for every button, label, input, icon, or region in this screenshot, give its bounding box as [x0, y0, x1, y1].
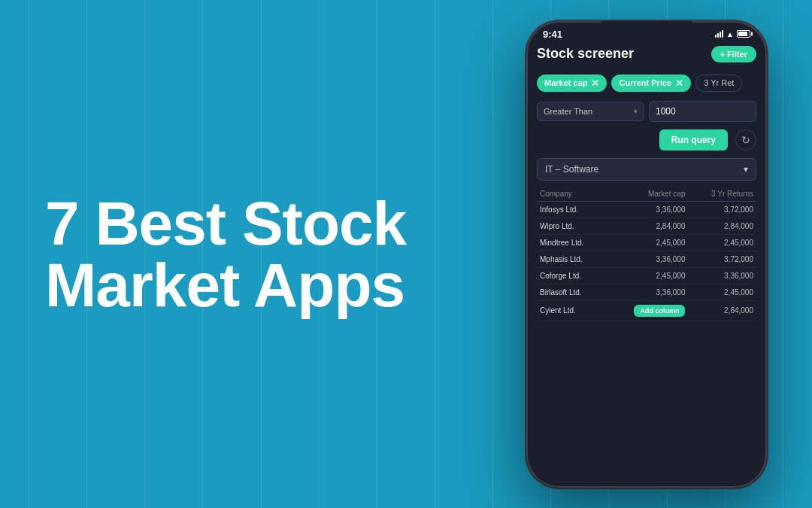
table-row: Mphasis Ltd.3,36,0003,72,000 [537, 251, 756, 267]
table-header: Company Market cap 3 Yr Returns [537, 187, 756, 202]
add-column-button[interactable]: Add column [634, 305, 685, 317]
operator-label: Greater Than [544, 107, 592, 116]
cell-company: Mphasis Ltd. [537, 251, 607, 267]
cell-market-cap: 2,84,000 [607, 217, 689, 234]
app-title: Stock screener [537, 46, 634, 62]
chip-current-price[interactable]: Current Price ✕ [611, 75, 691, 92]
table-row: Wipro Ltd.2,84,0002,84,000 [537, 217, 756, 234]
cell-market-cap: 3,36,000 [607, 284, 689, 300]
phone-device: 9:41 ▲ Stock screener + Filter M [526, 21, 767, 488]
cell-returns: 2,84,000 [688, 300, 756, 321]
bg-line [492, 0, 493, 508]
cell-market-cap: 2,45,000 [607, 234, 689, 251]
headline-line1: 7 Best Stock [45, 189, 406, 257]
status-time: 9:41 [543, 29, 562, 40]
stock-table: Company Market cap 3 Yr Returns Infosys … [537, 187, 756, 321]
table-row: Infosys Ltd.3,36,0003,72,000 [537, 201, 756, 217]
refresh-button[interactable]: ↻ [735, 129, 756, 151]
cell-market-cap: 2,45,000 [607, 267, 689, 284]
table-row: Mindtree Ltd.2,45,0002,45,000 [537, 234, 756, 251]
cell-company: Coforge Ltd. [537, 267, 607, 284]
run-row: Run query ↻ [537, 129, 756, 151]
cell-company: Birlasoft Ltd. [537, 284, 607, 300]
left-section: 7 Best Stock Market Apps [45, 193, 444, 316]
query-row: Greater Than ▾ 1000 [537, 101, 756, 122]
phone-notch [601, 21, 692, 42]
operator-select[interactable]: Greater Than ▾ [537, 102, 644, 121]
cell-returns: 3,72,000 [688, 251, 756, 267]
cell-returns: 2,84,000 [688, 217, 756, 234]
bg-line [29, 0, 29, 508]
cell-company: Infosys Ltd. [537, 201, 607, 217]
filter-button[interactable]: + Filter [711, 46, 756, 62]
cell-returns: 3,72,000 [688, 201, 756, 217]
operator-arrow: ▾ [634, 108, 638, 115]
run-query-button[interactable]: Run query [659, 129, 728, 151]
bg-line [783, 0, 783, 508]
cell-market-cap: 3,36,000 [607, 251, 689, 267]
chip-market-cap-label: Market cap [544, 78, 587, 87]
sector-label: IT – Software [545, 164, 598, 175]
cell-returns: 2,45,000 [688, 284, 756, 300]
col-market-cap: Market cap [607, 187, 689, 202]
table-row: Coforge Ltd.2,45,0003,36,000 [537, 267, 756, 284]
cell-returns: 3,36,000 [688, 267, 756, 284]
chip-market-cap[interactable]: Market cap ✕ [537, 75, 607, 92]
app-header: Stock screener + Filter [537, 43, 756, 65]
headline: 7 Best Stock Market Apps [45, 193, 444, 316]
value-input[interactable]: 1000 [649, 101, 756, 122]
phone-wrapper: 9:41 ▲ Stock screener + Filter M [511, 15, 782, 493]
app-content: Stock screener + Filter Market cap ✕ Cur… [526, 43, 767, 321]
filter-chips: Market cap ✕ Current Price ✕ 3 Yr Ret [537, 75, 756, 92]
status-icons: ▲ [715, 30, 750, 38]
headline-line2: Market Apps [45, 251, 404, 319]
chip-current-price-remove[interactable]: ✕ [675, 78, 683, 89]
table-row: Cyient Ltd.Add column2,84,000 [537, 300, 756, 321]
signal-icon [715, 30, 723, 38]
cell-market-cap: 3,36,000 [607, 201, 689, 217]
col-3yr-returns: 3 Yr Returns [688, 187, 756, 202]
table-body: Infosys Ltd.3,36,0003,72,000Wipro Ltd.2,… [537, 201, 756, 321]
col-company: Company [537, 187, 607, 202]
table-row: Birlasoft Ltd.3,36,0002,45,000 [537, 284, 756, 300]
battery-icon [737, 30, 750, 38]
chip-3yr-ret[interactable]: 3 Yr Ret [695, 75, 742, 92]
sector-dropdown[interactable]: IT – Software ▾ [537, 158, 756, 181]
cell-company: Wipro Ltd. [537, 217, 607, 234]
cell-company: Mindtree Ltd. [537, 234, 607, 251]
cell-market-cap: Add column [607, 300, 689, 321]
chip-market-cap-remove[interactable]: ✕ [591, 78, 599, 89]
wifi-icon: ▲ [726, 30, 734, 38]
cell-company: Cyient Ltd. [537, 300, 607, 321]
cell-returns: 2,45,000 [688, 234, 756, 251]
chip-current-price-label: Current Price [619, 78, 671, 87]
sector-arrow-icon: ▾ [744, 164, 748, 175]
